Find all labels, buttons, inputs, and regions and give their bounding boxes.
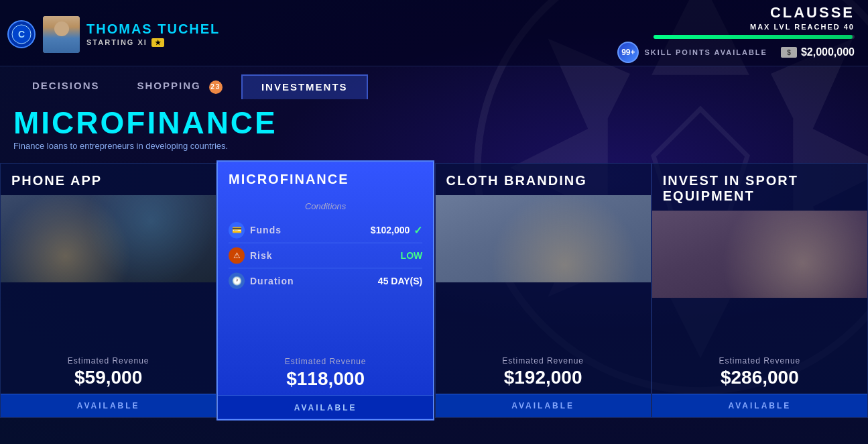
xp-bar [654,35,853,39]
tab-shopping[interactable]: SHOPPING 23 [119,74,241,99]
revenue-label-micro: Estimated Revenue [229,356,422,366]
main-content: C THOMAS TUCHEL STARTING XI ★ CLAUSSE MA… [0,0,868,444]
card-phone-app[interactable]: PHONE APP Estimated Revenue $59,000 AVAI… [0,163,216,418]
card-title-phone: PHONE APP [11,173,205,188]
revenue-micro: Estimated Revenue $118,000 [218,351,433,394]
card-image-cloth [436,195,651,282]
revenue-sport: Estimated Revenue $286,000 [652,351,867,394]
condition-value-funds: $102,000 ✓ [371,223,422,236]
manager-name-area: THOMAS TUCHEL STARTING XI ★ [86,22,220,47]
available-badge-micro: AVAILABLE [218,395,433,419]
condition-left-duration: 🕐 Duration [229,272,294,288]
page-subtitle: Finance loans to entrepreneurs in develo… [13,141,855,151]
condition-risk: ⚠ Risk LOW [229,243,422,268]
condition-name-duration: Duration [250,275,294,286]
money-icon [781,47,797,58]
skill-points-label: SKILL POINTS AVAILABLE [644,48,767,56]
max-lvl: MAX LVL REACHED 40 [750,23,855,31]
available-badge-cloth: AVAILABLE [436,394,651,417]
manager-info: C THOMAS TUCHEL STARTING XI ★ [7,16,220,53]
conditions-label: Conditions [229,201,422,211]
revenue-label-cloth: Estimated Revenue [446,356,640,366]
player-name: CLAUSSE [770,5,855,20]
duration-icon: 🕐 [229,272,245,288]
card-cloth-branding[interactable]: CLOTH BRANDING Estimated Revenue $192,00… [435,163,652,418]
card-sport-equipment[interactable]: INVEST IN SPORT EQUIPMENT Estimated Reve… [652,163,868,418]
shopping-badge: 23 [209,80,223,94]
page-title: MICROFINANCE [13,107,855,138]
available-badge-sport: AVAILABLE [652,394,867,417]
revenue-label-phone: Estimated Revenue [11,356,205,366]
revenue-amount-phone: $59,000 [11,367,205,388]
risk-icon: ⚠ [229,247,245,263]
card-microfinance[interactable]: MICROFINANCE Conditions 💳 Funds $102,000… [216,160,434,421]
revenue-phone: Estimated Revenue $59,000 [1,351,216,394]
revenue-amount-sport: $286,000 [663,367,857,388]
condition-value-risk: LOW [401,249,423,260]
available-badge-phone: AVAILABLE [1,394,216,417]
page-title-area: MICROFINANCE Finance loans to entreprene… [0,99,868,154]
condition-value-duration: 45 DAY(S) [378,275,422,286]
manager-name: THOMAS TUCHEL [86,22,220,36]
card-title-micro: MICROFINANCE [229,171,422,186]
conditions-block: Conditions 💳 Funds $102,000 ✓ [218,194,433,300]
manager-role-text: STARTING XI [86,38,147,46]
card-title-bar-phone: PHONE APP [1,164,216,195]
svg-text:C: C [18,29,25,40]
condition-name-risk: Risk [250,249,273,260]
money-amount: $2,000,000 [801,46,855,58]
condition-left-funds: 💳 Funds [229,222,282,238]
card-title-bar-micro: MICROFINANCE [218,162,433,194]
manager-photo [43,16,80,53]
cards-container: PHONE APP Estimated Revenue $59,000 AVAI… [0,163,868,418]
revenue-label-sport: Estimated Revenue [663,356,857,366]
skill-badge: 99+ [617,42,639,63]
star-badge: ★ [151,38,164,47]
skill-points: 99+ SKILL POINTS AVAILABLE [617,42,767,63]
revenue-amount-cloth: $192,000 [446,367,640,388]
card-image-sport [652,211,867,298]
nav-tabs: DECISIONS SHOPPING 23 INVESTMENTS [0,66,868,99]
card-title-bar-cloth: CLOTH BRANDING [436,164,651,195]
condition-name-funds: Funds [250,225,282,235]
condition-duration: 🕐 Duration 45 DAY(S) [229,268,422,293]
condition-left-risk: ⚠ Risk [229,247,273,263]
header-right: CLAUSSE MAX LVL REACHED 40 99+ SKILL POI… [617,5,855,63]
condition-funds: 💳 Funds $102,000 ✓ [229,217,422,242]
xp-bar-container [654,35,855,39]
tab-decisions[interactable]: DECISIONS [13,74,119,99]
revenue-amount-micro: $118,000 [229,368,422,390]
card-title-bar-sport: INVEST IN SPORT EQUIPMENT [652,164,867,211]
card-title-sport: INVEST IN SPORT EQUIPMENT [663,173,857,204]
tab-investments[interactable]: INVESTMENTS [241,74,368,99]
card-image-phone [1,195,216,282]
stats-row: 99+ SKILL POINTS AVAILABLE $2,000,000 [617,42,855,63]
revenue-cloth: Estimated Revenue $192,000 [436,351,651,394]
money-display: $2,000,000 [781,46,855,58]
club-logo: C [7,19,36,49]
card-title-cloth: CLOTH BRANDING [446,173,640,188]
manager-role-row: STARTING XI ★ [86,38,220,47]
funds-icon: 💳 [229,222,245,238]
header: C THOMAS TUCHEL STARTING XI ★ CLAUSSE MA… [0,0,868,66]
check-icon: ✓ [414,223,423,236]
